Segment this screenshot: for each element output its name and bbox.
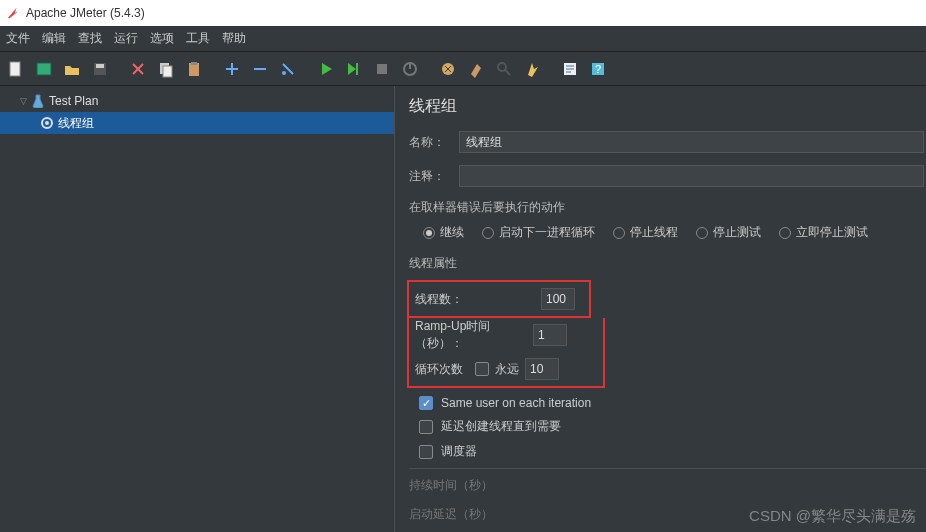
tree-child-label: 线程组 <box>58 115 94 132</box>
expand-button[interactable] <box>220 57 244 81</box>
shutdown-button[interactable] <box>398 57 422 81</box>
svg-rect-5 <box>163 66 172 77</box>
stop-button[interactable] <box>370 57 394 81</box>
comment-input[interactable] <box>459 165 924 187</box>
copy-button[interactable] <box>154 57 178 81</box>
start-button[interactable] <box>314 57 338 81</box>
onerror-title: 在取样器错误后要执行的动作 <box>409 199 926 216</box>
svg-rect-9 <box>377 64 387 74</box>
toggle-button[interactable] <box>276 57 300 81</box>
delay-create-checkbox[interactable] <box>419 420 433 434</box>
menu-bar: 文件 编辑 查找 运行 选项 工具 帮助 <box>0 26 926 52</box>
same-user-label: Same user on each iteration <box>441 396 591 410</box>
startup-delay-label: 启动延迟（秒） <box>409 506 499 523</box>
comment-label: 注释： <box>409 168 451 185</box>
menu-edit[interactable]: 编辑 <box>42 30 66 47</box>
forever-checkbox[interactable] <box>475 362 489 376</box>
svg-rect-1 <box>37 63 51 75</box>
cut-button[interactable] <box>126 57 150 81</box>
reset-search-button[interactable] <box>520 57 544 81</box>
svg-rect-7 <box>191 62 197 65</box>
scheduler-checkbox[interactable] <box>419 445 433 459</box>
watermark: CSDN @繁华尽头满是殇 <box>749 507 916 526</box>
open-button[interactable] <box>60 57 84 81</box>
highlight-box-2: Ramp-Up时间（秒）： 循环次数 永远 <box>407 318 605 388</box>
svg-rect-3 <box>96 64 104 68</box>
window-title: Apache JMeter (5.4.3) <box>26 6 145 20</box>
loop-label: 循环次数 <box>415 361 469 378</box>
search-button[interactable] <box>492 57 516 81</box>
menu-file[interactable]: 文件 <box>6 30 30 47</box>
ramp-input[interactable] <box>533 324 567 346</box>
radio-stop-thread[interactable]: 停止线程 <box>613 224 678 241</box>
delay-create-label: 延迟创建线程直到需要 <box>441 418 561 435</box>
gear-icon <box>40 116 54 130</box>
clear-all-button[interactable] <box>464 57 488 81</box>
templates-button[interactable] <box>32 57 56 81</box>
tree-thread-group[interactable]: 线程组 <box>0 112 394 134</box>
radio-stop-test[interactable]: 停止测试 <box>696 224 761 241</box>
menu-run[interactable]: 运行 <box>114 30 138 47</box>
collapse-button[interactable] <box>248 57 272 81</box>
flask-icon <box>31 94 45 108</box>
duration-label: 持续时间（秒） <box>409 477 499 494</box>
svg-text:?: ? <box>595 63 601 75</box>
chevron-down-icon: ▽ <box>20 96 27 106</box>
forever-label: 永远 <box>495 361 519 378</box>
help-button[interactable]: ? <box>586 57 610 81</box>
tree-root-label: Test Plan <box>49 94 98 108</box>
config-panel: 线程组 名称： 注释： 在取样器错误后要执行的动作 继续 启动下一进程循环 停止… <box>395 86 926 532</box>
function-helper-button[interactable] <box>558 57 582 81</box>
paste-button[interactable] <box>182 57 206 81</box>
svg-point-12 <box>498 63 506 71</box>
onerror-radios: 继续 启动下一进程循环 停止线程 停止测试 立即停止测试 <box>409 224 926 241</box>
app-icon <box>6 6 20 20</box>
scheduler-label: 调度器 <box>441 443 477 460</box>
tree-root-test-plan[interactable]: ▽ Test Plan <box>0 90 394 112</box>
clear-button[interactable] <box>436 57 460 81</box>
new-button[interactable] <box>4 57 28 81</box>
toolbar: ? <box>0 52 926 86</box>
svg-point-8 <box>282 71 286 75</box>
menu-tools[interactable]: 工具 <box>186 30 210 47</box>
svg-rect-0 <box>10 62 20 76</box>
title-bar: Apache JMeter (5.4.3) <box>0 0 926 26</box>
name-input[interactable] <box>459 131 924 153</box>
threads-input[interactable] <box>541 288 575 310</box>
start-no-pause-button[interactable] <box>342 57 366 81</box>
svg-point-17 <box>45 121 49 125</box>
radio-start-next[interactable]: 启动下一进程循环 <box>482 224 595 241</box>
radio-continue[interactable]: 继续 <box>423 224 464 241</box>
save-button[interactable] <box>88 57 112 81</box>
menu-options[interactable]: 选项 <box>150 30 174 47</box>
name-label: 名称： <box>409 134 451 151</box>
tree-panel: ▽ Test Plan 线程组 <box>0 86 395 532</box>
menu-help[interactable]: 帮助 <box>222 30 246 47</box>
highlight-box-1: 线程数： <box>407 280 591 318</box>
loop-input[interactable] <box>525 358 559 380</box>
panel-heading: 线程组 <box>409 96 926 117</box>
props-title: 线程属性 <box>409 255 926 272</box>
same-user-checkbox[interactable] <box>419 396 433 410</box>
radio-stop-now[interactable]: 立即停止测试 <box>779 224 868 241</box>
ramp-label: Ramp-Up时间（秒）： <box>415 318 527 352</box>
menu-search[interactable]: 查找 <box>78 30 102 47</box>
threads-label: 线程数： <box>415 291 535 308</box>
